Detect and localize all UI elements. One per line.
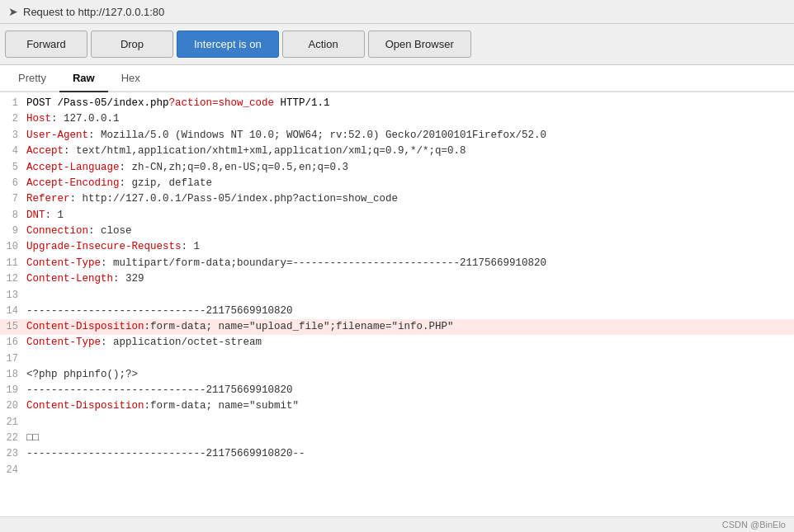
open-browser-button[interactable]: Open Browser: [368, 31, 471, 58]
line-21: 21: [0, 415, 794, 431]
line-content-19: -----------------------------21175669910…: [26, 383, 791, 398]
content-wrapper: PrettyRawHex 1POST /Pass-05/index.php?ac…: [0, 65, 794, 516]
arrow-icon: ➤: [8, 5, 18, 18]
main-container: ➤ Request to http://127.0.0.1:80 Forward…: [0, 0, 794, 532]
line-content-12: Content-Length: 329: [26, 271, 791, 287]
line-number-10: 10: [3, 239, 18, 255]
line-12: 12Content-Length: 329: [0, 271, 794, 287]
line-number-21: 21: [3, 415, 18, 431]
line-content-6: Accept-Encoding: gzip, deflate: [26, 176, 791, 191]
line-content-2: Host: 127.0.0.1: [26, 111, 791, 127]
line-6: 6Accept-Encoding: gzip, deflate: [0, 176, 794, 191]
drop-button[interactable]: Drop: [91, 31, 173, 58]
line-content-16: Content-Type: application/octet-stream: [26, 335, 791, 351]
line-4: 4Accept: text/html,application/xhtml+xml…: [0, 144, 794, 159]
line-10: 10Upgrade-Insecure-Requests: 1: [0, 239, 794, 255]
line-content-18: <?php phpinfo();?>: [26, 367, 791, 383]
title-bar: ➤ Request to http://127.0.0.1:80: [0, 0, 794, 24]
line-number-7: 7: [3, 191, 18, 207]
line-content-3: User-Agent: Mozilla/5.0 (Windows NT 10.0…: [26, 128, 791, 144]
line-5: 5Accept-Language: zh-CN,zh;q=0.8,en-US;q…: [0, 160, 794, 176]
line-content-7: Referer: http://127.0.0.1/Pass-05/index.…: [26, 191, 791, 207]
line-number-22: 22: [3, 431, 18, 446]
tab-pretty[interactable]: Pretty: [5, 65, 59, 92]
line-number-9: 9: [3, 224, 18, 239]
line-content-5: Accept-Language: zh-CN,zh;q=0.8,en-US;q=…: [26, 160, 791, 176]
line-number-14: 14: [3, 304, 18, 319]
tab-raw[interactable]: Raw: [59, 65, 108, 92]
content-area[interactable]: 1POST /Pass-05/index.php?action=show_cod…: [0, 92, 794, 516]
line-content-15: Content-Disposition:form-data; name="upl…: [26, 319, 791, 335]
line-7: 7Referer: http://127.0.0.1/Pass-05/index…: [0, 191, 794, 207]
line-content-22: □□: [26, 431, 791, 446]
tabs-bar: PrettyRawHex: [0, 65, 794, 92]
line-20: 20Content-Disposition:form-data; name="s…: [0, 398, 794, 414]
line-number-12: 12: [3, 271, 18, 287]
line-number-16: 16: [3, 335, 18, 351]
line-number-18: 18: [3, 367, 18, 383]
intercept-button[interactable]: Intercept is on: [177, 31, 279, 58]
title-text: Request to http://127.0.0.1:80: [23, 6, 164, 18]
line-number-19: 19: [3, 383, 18, 398]
line-content-14: -----------------------------21175669910…: [26, 304, 791, 319]
line-23: 23-----------------------------211756699…: [0, 446, 794, 462]
footer-text: CSDN @BinElo: [722, 520, 786, 530]
line-3: 3User-Agent: Mozilla/5.0 (Windows NT 10.…: [0, 128, 794, 144]
line-number-13: 13: [3, 288, 18, 304]
line-2: 2Host: 127.0.0.1: [0, 111, 794, 127]
line-content-23: -----------------------------21175669910…: [26, 446, 791, 462]
line-19: 19-----------------------------211756699…: [0, 383, 794, 398]
line-9: 9Connection: close: [0, 224, 794, 239]
line-content-10: Upgrade-Insecure-Requests: 1: [26, 239, 791, 255]
footer: CSDN @BinElo: [0, 516, 794, 532]
line-number-2: 2: [3, 111, 18, 127]
line-content-8: DNT: 1: [26, 208, 791, 224]
toolbar: ForwardDropIntercept is onActionOpen Bro…: [0, 24, 794, 65]
line-22: 22□□: [0, 431, 794, 446]
forward-button[interactable]: Forward: [5, 31, 87, 58]
line-15: 15Content-Disposition:form-data; name="u…: [0, 319, 794, 335]
line-content-4: Accept: text/html,application/xhtml+xml,…: [26, 144, 791, 159]
line-16: 16Content-Type: application/octet-stream: [0, 335, 794, 351]
tab-hex[interactable]: Hex: [108, 65, 154, 92]
line-14: 14-----------------------------211756699…: [0, 304, 794, 319]
line-11: 11Content-Type: multipart/form-data;boun…: [0, 256, 794, 271]
line-number-17: 17: [3, 351, 18, 367]
line-number-5: 5: [3, 160, 18, 176]
line-number-23: 23: [3, 446, 18, 462]
line-content-11: Content-Type: multipart/form-data;bounda…: [26, 256, 791, 271]
line-8: 8DNT: 1: [0, 208, 794, 224]
line-number-8: 8: [3, 208, 18, 224]
line-17: 17: [0, 351, 794, 367]
line-content-20: Content-Disposition:form-data; name="sub…: [26, 398, 791, 414]
line-number-11: 11: [3, 256, 18, 271]
line-content-1: POST /Pass-05/index.php?action=show_code…: [26, 96, 791, 111]
line-number-3: 3: [3, 128, 18, 144]
action-button[interactable]: Action: [282, 31, 365, 58]
line-number-1: 1: [3, 96, 18, 111]
line-18: 18<?php phpinfo();?>: [0, 367, 794, 383]
line-number-20: 20: [3, 398, 18, 414]
line-number-6: 6: [3, 176, 18, 191]
line-1: 1POST /Pass-05/index.php?action=show_cod…: [0, 96, 794, 111]
line-content-9: Connection: close: [26, 224, 791, 239]
line-number-24: 24: [3, 463, 18, 478]
line-24: 24: [0, 463, 794, 478]
line-number-15: 15: [3, 319, 18, 335]
line-number-4: 4: [3, 144, 18, 159]
line-13: 13: [0, 288, 794, 304]
